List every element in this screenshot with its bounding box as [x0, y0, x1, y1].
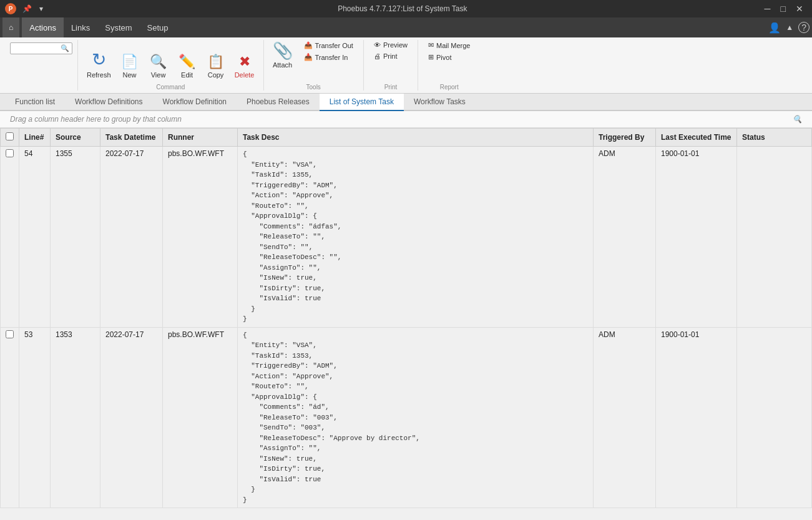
- maximize-button[interactable]: □: [777, 2, 790, 15]
- row-line: 53: [19, 327, 51, 508]
- tab-phoebus-releases[interactable]: Phoebus Releases: [237, 94, 320, 111]
- row-checkbox[interactable]: [6, 330, 14, 338]
- new-button[interactable]: 📄 New: [116, 52, 144, 81]
- row-source: 1353: [51, 327, 100, 508]
- report-buttons: ✉ Mail Merge ⊞ Pivot: [423, 40, 475, 81]
- title-bar-controls: ─ □ ✕: [761, 2, 807, 15]
- print-group-label: Print: [369, 81, 413, 91]
- preview-label: Preview: [383, 41, 408, 49]
- col-header-runner[interactable]: Runner: [163, 129, 238, 147]
- attach-button[interactable]: 📎 Attach: [269, 40, 296, 71]
- print-button[interactable]: 🖨 Print: [369, 51, 413, 61]
- search-icon: 🔍: [61, 44, 69, 52]
- row-triggered-by: ADM: [594, 147, 656, 328]
- delete-label: Delete: [235, 71, 255, 79]
- row-status: [737, 327, 812, 508]
- print-label: Print: [383, 52, 398, 60]
- row-status: [737, 147, 812, 328]
- help-icon[interactable]: ?: [798, 22, 810, 33]
- transfer-in-button[interactable]: 📥 Transfer In: [299, 52, 358, 62]
- expand-icon[interactable]: ▲: [786, 23, 793, 32]
- mail-merge-icon: ✉: [428, 41, 434, 49]
- mail-merge-button[interactable]: ✉ Mail Merge: [423, 40, 475, 51]
- copy-button[interactable]: 📋 Copy: [202, 52, 230, 81]
- edit-icon: ✏️: [179, 55, 195, 69]
- report-group-label: Report: [423, 81, 475, 91]
- menu-system[interactable]: System: [97, 17, 139, 37]
- view-icon: 🔍: [150, 55, 167, 69]
- col-header-task-desc[interactable]: Task Desc: [238, 129, 594, 147]
- row-checkbox-cell[interactable]: [1, 147, 19, 328]
- transfer-in-icon: 📥: [304, 53, 313, 61]
- minimize-button[interactable]: ─: [761, 2, 775, 15]
- print-buttons: 👁 Preview 🖨 Print: [369, 40, 413, 81]
- pivot-button[interactable]: ⊞ Pivot: [423, 52, 475, 62]
- row-task-desc: { "Entity": "VSA", "TaskId": 1353, "Trig…: [238, 327, 594, 508]
- menu-links[interactable]: Links: [64, 17, 97, 37]
- row-task-desc-text: { "Entity": "VSA", "TaskId": 1353, "Trig…: [243, 331, 420, 504]
- refresh-icon: ↻: [92, 51, 106, 69]
- close-button[interactable]: ✕: [792, 2, 807, 15]
- table-header-row: Line# Source Task Datetime Runner Task D…: [1, 129, 812, 147]
- row-runner: pbs.BO.WF.WFT: [163, 327, 238, 508]
- tab-workflow-tasks[interactable]: Workflow Tasks: [404, 94, 476, 111]
- transfer-out-icon: 📤: [304, 41, 313, 49]
- print-icon: 🖨: [374, 52, 381, 60]
- user-icon[interactable]: 👤: [768, 22, 781, 34]
- col-header-task-datetime[interactable]: Task Datetime: [100, 129, 163, 147]
- delete-button[interactable]: ✖ Delete: [231, 52, 258, 81]
- title-icon-down[interactable]: ▾: [38, 3, 44, 14]
- pivot-label: Pivot: [436, 54, 451, 61]
- preview-icon: 👁: [374, 41, 381, 49]
- tools-group-label: Tools: [269, 81, 358, 91]
- row-checkbox-cell[interactable]: [1, 327, 19, 508]
- report-group: ✉ Mail Merge ⊞ Pivot Report: [418, 40, 480, 91]
- tab-workflow-definitions[interactable]: Workflow Definitions: [65, 94, 152, 111]
- search-group: 🔍: [5, 40, 78, 91]
- home-button[interactable]: ⌂: [2, 17, 19, 37]
- edit-label: Edit: [181, 71, 193, 79]
- copy-label: Copy: [208, 71, 224, 79]
- menu-bar: ⌂ Actions Links System Setup 👤 ▲ ?: [0, 17, 812, 37]
- col-header-triggered-by[interactable]: Triggered By: [594, 129, 656, 147]
- group-header: Drag a column header here to group by th…: [0, 111, 812, 128]
- pivot-icon: ⊞: [428, 53, 434, 61]
- tab-function-list[interactable]: Function list: [5, 94, 65, 111]
- menu-actions[interactable]: Actions: [22, 17, 64, 37]
- transfer-in-label: Transfer In: [315, 54, 348, 61]
- select-all-checkbox[interactable]: [6, 132, 14, 140]
- ribbon: 🔍 ↻ Refresh 📄 New 🔍 View ✏️ Edit 📋: [0, 37, 812, 94]
- menu-right: 👤 ▲ ?: [768, 22, 810, 34]
- tab-list-of-system-task[interactable]: List of System Task: [320, 94, 404, 111]
- col-header-line[interactable]: Line#: [19, 129, 51, 147]
- new-label: New: [123, 71, 137, 79]
- view-button[interactable]: 🔍 View: [145, 52, 172, 81]
- table-row: 53 1353 2022-07-17 pbs.BO.WF.WFT { "Enti…: [1, 327, 812, 508]
- row-last-executed-time: 1900-01-01: [656, 327, 737, 508]
- attach-icon: 📎: [273, 42, 293, 59]
- tab-workflow-definition[interactable]: Workflow Definition: [153, 94, 237, 111]
- edit-button[interactable]: ✏️ Edit: [174, 52, 201, 81]
- col-header-source[interactable]: Source: [51, 129, 100, 147]
- row-checkbox[interactable]: [6, 149, 14, 157]
- row-task-datetime: 2022-07-17: [100, 147, 163, 328]
- row-line: 54: [19, 147, 51, 328]
- new-icon: 📄: [121, 55, 138, 69]
- view-label: View: [151, 71, 166, 79]
- col-header-checkbox[interactable]: [1, 129, 19, 147]
- system-task-table: Line# Source Task Datetime Runner Task D…: [0, 128, 812, 508]
- search-box[interactable]: 🔍: [10, 42, 72, 54]
- row-runner: pbs.BO.WF.WFT: [163, 147, 238, 328]
- search-icon-header[interactable]: 🔍: [793, 115, 802, 124]
- menu-setup[interactable]: Setup: [140, 17, 176, 37]
- transfer-out-button[interactable]: 📤 Transfer Out: [299, 40, 358, 51]
- transfer-out-label: Transfer Out: [315, 42, 353, 49]
- col-header-status[interactable]: Status: [737, 129, 812, 147]
- title-icon-pin[interactable]: 📌: [21, 3, 33, 14]
- search-input[interactable]: [13, 45, 61, 52]
- col-header-last-executed-time[interactable]: Last Executed Time: [656, 129, 737, 147]
- row-task-desc: { "Entity": "VSA", "TaskId": 1355, "Trig…: [238, 147, 594, 328]
- print-group: 👁 Preview 🖨 Print Print: [364, 40, 418, 91]
- preview-button[interactable]: 👁 Preview: [369, 40, 413, 50]
- refresh-button[interactable]: ↻ Refresh: [83, 49, 115, 81]
